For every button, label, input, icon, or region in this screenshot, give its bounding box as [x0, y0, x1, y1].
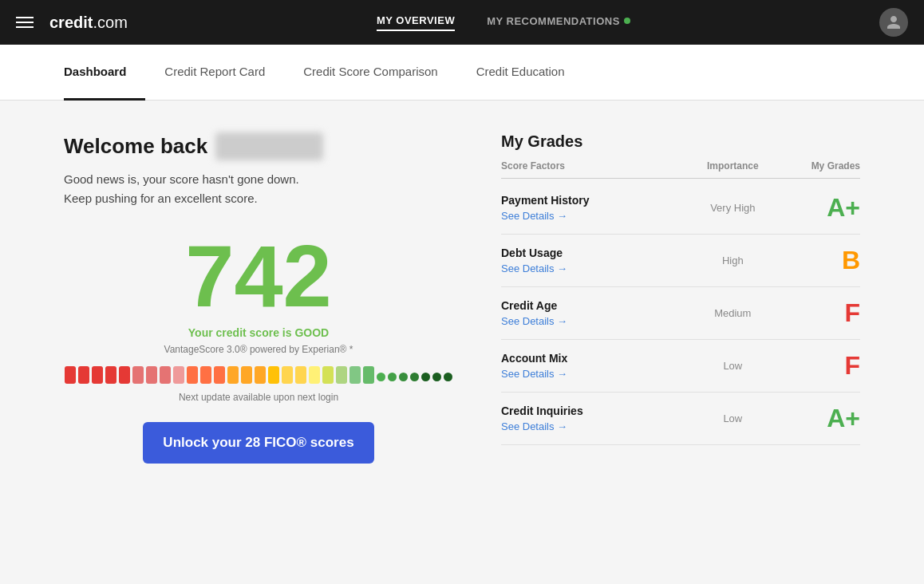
table-row: Account Mix See Details → Low F: [501, 340, 860, 393]
score-bar-segment: [119, 366, 130, 384]
welcome-heading: Welcome back John Doe: [64, 132, 453, 160]
header-my-grades: My Grades: [791, 160, 860, 172]
header-importance: Importance: [675, 160, 791, 172]
grade-value: A+: [791, 404, 860, 433]
tab-credit-score-comparison[interactable]: Credit Score Comparison: [284, 45, 456, 101]
score-bar-segment: [309, 366, 320, 384]
score-bar-segment: [187, 366, 198, 384]
score-quality-label: Your credit score is GOOD: [64, 326, 453, 339]
see-details-link[interactable]: See Details →: [501, 262, 675, 274]
score-bar-segment: [78, 366, 89, 384]
score-bar-segment: [295, 366, 306, 384]
left-panel: Welcome back John Doe Good news is, your…: [64, 132, 453, 464]
score-bar-segment: [200, 366, 211, 384]
score-subtitle: Good news is, your score hasn't gone dow…: [64, 170, 453, 208]
score-bar-segment: [132, 366, 144, 384]
grade-factor-name: Credit Inquiries: [501, 404, 675, 417]
grade-factor-name: Debt Usage: [501, 247, 675, 259]
tab-credit-report-card[interactable]: Credit Report Card: [145, 45, 284, 101]
score-bar-segment: [255, 366, 266, 384]
grade-value: F: [791, 351, 860, 381]
score-bar-segment: [105, 366, 116, 384]
grades-rows: Payment History See Details → Very High …: [501, 182, 860, 445]
tab-credit-education[interactable]: Credit Education: [457, 45, 584, 101]
score-bar-segment: [399, 373, 408, 381]
nav-my-overview[interactable]: MY OVERVIEW: [377, 14, 455, 31]
grades-table-header: Score Factors Importance My Grades: [501, 160, 860, 179]
sub-navigation: Dashboard Credit Report Card Credit Scor…: [0, 45, 924, 101]
table-row: Credit Age See Details → Medium F: [501, 287, 860, 340]
score-bar-segment: [227, 366, 239, 384]
header-score-factors: Score Factors: [501, 160, 675, 172]
score-bar-segment: [432, 373, 441, 381]
score-bar: [64, 366, 453, 384]
see-details-link[interactable]: See Details →: [501, 420, 675, 432]
grades-title: My Grades: [501, 132, 860, 151]
score-bar-segment: [388, 373, 397, 381]
score-bar-segment: [146, 366, 157, 384]
score-bar-segment: [92, 366, 103, 384]
see-details-link[interactable]: See Details →: [501, 210, 675, 222]
grade-factor-name: Credit Age: [501, 299, 675, 312]
grade-importance: Very High: [675, 202, 791, 214]
score-bar-segment: [268, 366, 279, 384]
grade-value: A+: [791, 193, 860, 223]
score-bar-segment: [377, 373, 385, 381]
score-bar-segment: [336, 366, 347, 384]
grade-factor-name: Account Mix: [501, 352, 675, 365]
score-bar-segment: [282, 366, 293, 384]
grade-importance: Medium: [675, 307, 791, 319]
score-bar-segment: [444, 373, 452, 381]
hamburger-menu[interactable]: [16, 17, 34, 28]
score-bar-segment: [214, 366, 225, 384]
grade-factor-name: Payment History: [501, 194, 675, 207]
see-details-link[interactable]: See Details →: [501, 368, 675, 380]
tab-dashboard[interactable]: Dashboard: [64, 45, 145, 101]
vantage-label: VantageScore 3.0® powered by Experian® *: [64, 344, 453, 355]
table-row: Payment History See Details → Very High …: [501, 182, 860, 235]
user-profile-icon[interactable]: [879, 8, 908, 37]
score-bar-segment: [160, 366, 171, 384]
grade-importance: Low: [675, 412, 791, 424]
table-row: Credit Inquiries See Details → Low A+: [501, 393, 860, 445]
grade-importance: Low: [675, 360, 791, 372]
site-logo: credit.com: [49, 14, 128, 32]
top-nav-links: MY OVERVIEW MY RECOMMENDATIONS: [377, 14, 630, 31]
table-row: Debt Usage See Details → High B: [501, 235, 860, 287]
grade-value: F: [791, 298, 860, 328]
see-details-link[interactable]: See Details →: [501, 315, 675, 327]
score-bar-segment: [363, 366, 374, 384]
main-content: Welcome back John Doe Good news is, your…: [0, 101, 924, 495]
score-bar-segment: [322, 366, 334, 384]
score-bar-segment: [349, 366, 361, 384]
grades-panel: My Grades Score Factors Importance My Gr…: [501, 132, 860, 464]
credit-score-value: 742: [64, 232, 453, 320]
user-name-blurred: John Doe: [215, 132, 322, 160]
update-label: Next update available upon next login: [64, 392, 453, 403]
score-bar-segment: [241, 366, 252, 384]
grade-importance: High: [675, 255, 791, 266]
score-quality-value: GOOD: [294, 326, 329, 339]
score-bar-segment: [421, 373, 430, 381]
notification-dot: [624, 18, 630, 24]
score-bar-segment: [410, 373, 419, 381]
score-bar-segment: [173, 366, 184, 384]
fico-unlock-button[interactable]: Unlock your 28 FICO® scores: [143, 422, 374, 464]
grade-value: B: [791, 246, 860, 275]
score-bar-segment: [65, 366, 76, 384]
nav-my-recommendations[interactable]: MY RECOMMENDATIONS: [487, 15, 630, 30]
top-navigation: credit.com MY OVERVIEW MY RECOMMENDATION…: [0, 0, 924, 45]
